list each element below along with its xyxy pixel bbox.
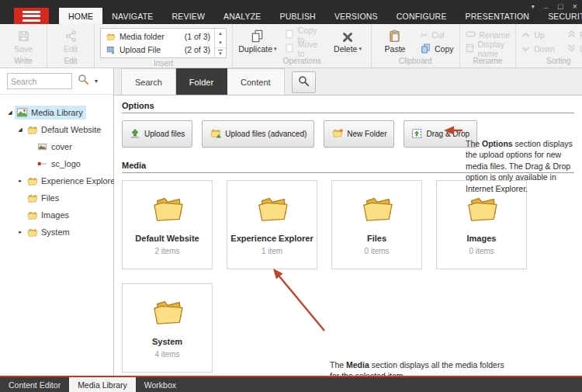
media-card-system[interactable]: System 4 items <box>122 283 213 373</box>
tab-folder[interactable]: Folder <box>176 68 227 95</box>
ribbon-group-operations: Duplicate▾ Copy to Move to Delete▾ Opera… <box>233 24 372 68</box>
tab-analyze[interactable]: ANALYZE <box>214 8 270 24</box>
move-to-button[interactable]: Move to <box>285 43 322 54</box>
tab-publish[interactable]: PUBLISH <box>271 8 325 24</box>
expand-closed-icon[interactable]: ▸ <box>16 178 25 184</box>
hamburger-menu-button[interactable] <box>14 8 49 24</box>
chevron-down-icon: ▾ <box>359 46 362 52</box>
upload-files-button[interactable]: Upload files <box>122 120 192 147</box>
app-switcher-bar: Content Editor Media Library Workbox <box>0 376 582 392</box>
drag-drop-icon <box>411 128 422 140</box>
media-folder-grid: Default Website 2 items Experience Explo… <box>122 180 541 373</box>
rename-icon <box>466 30 476 40</box>
folder-icon <box>150 194 185 227</box>
media-library-icon <box>16 107 28 118</box>
sidebar-search-row: ▾ <box>0 68 113 95</box>
tree-item-images[interactable]: Images <box>16 206 113 224</box>
upload-folder-icon <box>210 128 221 140</box>
tree-item-system[interactable]: ▸ System <box>16 224 113 241</box>
media-tree: ◢ Media Library ◢ Default Website cover … <box>0 95 113 241</box>
ribbon-group-write: Save Write <box>0 24 47 68</box>
display-name-button[interactable]: Display name <box>466 43 511 54</box>
insert-upload-file-item[interactable]: Upload File (2 of 3) <box>101 43 214 57</box>
sort-down-button[interactable]: Down <box>521 43 555 54</box>
tree-item-sc-logo[interactable]: sc_logo <box>26 155 113 172</box>
folder-icon <box>26 210 38 220</box>
sidebar: ▾ ◢ Media Library ◢ Default Website cove… <box>0 68 114 376</box>
tree-item-cover[interactable]: cover <box>26 138 113 155</box>
folder-view: Options Upload files Upload files (advan… <box>114 95 582 373</box>
search-options-caret-icon[interactable]: ▾ <box>95 78 98 85</box>
copy-to-button[interactable]: Copy to <box>285 29 322 40</box>
search-button[interactable] <box>292 71 316 93</box>
tab-home[interactable]: HOME <box>59 8 102 24</box>
group-caption-edit: Edit <box>64 56 77 68</box>
options-annotation: The Options section displays the upload … <box>466 138 582 194</box>
sort-up-button[interactable]: Up <box>521 29 555 40</box>
media-card-default-website[interactable]: Default Website 2 items <box>122 180 213 269</box>
rename-button[interactable]: Rename <box>466 29 511 40</box>
insert-media-folder-item[interactable]: Media folder (1 of 3) <box>101 30 214 43</box>
tab-review[interactable]: REVIEW <box>162 8 214 24</box>
tree-item-files[interactable]: Files <box>16 189 113 206</box>
search-input[interactable] <box>7 73 72 89</box>
gallery-spinner: ▲ ▼ ▼ <box>214 29 226 57</box>
options-section-header: Options <box>122 95 574 113</box>
search-icon <box>298 75 310 90</box>
gallery-more-icon[interactable]: ▼ <box>215 47 226 57</box>
duplicate-button[interactable]: Duplicate▾ <box>238 27 277 54</box>
folder-icon <box>26 227 38 238</box>
ribbon-group-rename: Rename Display name Rename <box>460 24 517 68</box>
tab-versions[interactable]: VERSIONS <box>325 8 387 24</box>
group-caption-clipboard: Clipboard <box>399 56 432 68</box>
tab-content[interactable]: Content <box>227 68 285 95</box>
group-caption-operations: Operations <box>283 56 321 68</box>
media-card-experience-explorer[interactable]: Experience Explorer 1 item <box>227 180 317 269</box>
gallery-scroll-up-icon[interactable]: ▲ <box>215 29 226 38</box>
expand-open-icon[interactable]: ◢ <box>16 127 25 133</box>
expand-closed-icon[interactable]: ▸ <box>16 229 25 235</box>
group-caption-write: Write <box>14 56 32 68</box>
paste-clipboard-icon <box>389 28 400 43</box>
search-icon[interactable] <box>78 74 89 88</box>
upload-icon <box>130 128 140 140</box>
ribbon-group-sorting: Up Down First Last Sorting <box>516 24 582 68</box>
ribbon-group-clipboard: Paste ✂ Cut Copy Clipboard <box>372 24 460 68</box>
tab-search[interactable]: Search <box>121 68 176 95</box>
save-button[interactable]: Save <box>5 27 41 54</box>
folder-icon <box>359 194 395 227</box>
delete-button[interactable]: Delete▾ <box>330 27 365 54</box>
media-card-files[interactable]: Files 0 items <box>331 180 422 269</box>
new-folder-icon <box>331 128 343 140</box>
sort-last-button[interactable]: Last <box>567 43 582 54</box>
tree-item-experience-explorer[interactable]: ▸ Experience Explorer <box>16 172 113 189</box>
tab-security[interactable]: SECURITY <box>539 8 582 24</box>
cut-button[interactable]: ✂ Cut <box>421 29 454 40</box>
chevron-down-icon: ▾ <box>274 46 277 52</box>
move-to-icon <box>285 43 294 54</box>
copy-to-icon <box>285 29 294 40</box>
tab-content-editor[interactable]: Content Editor <box>0 377 69 392</box>
logo-icon <box>36 158 48 169</box>
tree-item-media-library[interactable]: ◢ Media Library <box>5 104 113 121</box>
tab-presentation[interactable]: PRESENTATION <box>456 8 539 24</box>
copy-pages-icon <box>421 43 431 55</box>
upload-files-advanced-button[interactable]: Upload files (advanced) <box>202 120 314 147</box>
paste-button[interactable]: Paste <box>377 27 413 54</box>
edit-button[interactable]: Edit <box>53 27 88 54</box>
copy-button[interactable]: Copy <box>421 43 454 54</box>
tab-navigate[interactable]: NAVIGATE <box>102 8 162 24</box>
top-ribbon-bar: ▾ _ □ × HOME NAVIGATE REVIEW ANALYZE PUB… <box>0 0 582 24</box>
tree-item-default-website[interactable]: ◢ Default Website <box>16 121 113 138</box>
ribbon-group-edit: Edit Edit <box>47 24 95 68</box>
new-folder-button[interactable]: New Folder <box>324 120 394 147</box>
tab-workbox[interactable]: Workbox <box>136 377 185 392</box>
tab-configure[interactable]: CONFIGURE <box>387 8 456 24</box>
tab-media-library[interactable]: Media Library <box>69 377 136 392</box>
sort-first-button[interactable]: First <box>567 29 582 40</box>
folder-icon <box>26 175 38 186</box>
expand-open-icon[interactable]: ◢ <box>5 109 15 116</box>
ribbon-group-insert: Media folder (1 of 3) Upload File (2 of … <box>95 24 233 68</box>
gallery-scroll-down-icon[interactable]: ▼ <box>215 38 226 47</box>
edit-icon <box>64 28 78 43</box>
